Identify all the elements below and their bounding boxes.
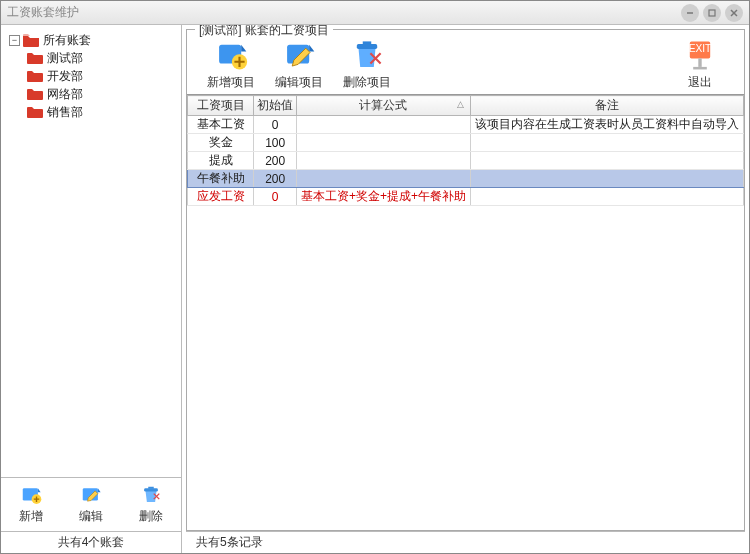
col-header-note[interactable]: 备注 [471,96,744,116]
tree-item-0[interactable]: 测试部 [5,49,177,67]
tree-root-label: 所有账套 [43,32,91,49]
table-cell: 提成 [188,152,254,170]
close-button[interactable] [725,4,743,22]
table-cell: 100 [254,134,297,152]
folder-icon [27,105,43,119]
edit-item-button[interactable]: 编辑项目 [265,38,333,91]
exit-button[interactable]: EXIT 退出 [666,38,734,91]
left-edit-button[interactable]: 编辑 [66,484,116,525]
left-add-button[interactable]: 新增 [6,484,56,525]
table-cell: 200 [254,170,297,188]
svg-marker-14 [309,44,314,51]
table-cell [471,152,744,170]
left-delete-label: 删除 [139,508,163,525]
exit-label: 退出 [688,74,712,91]
svg-text:EXIT: EXIT [689,43,712,54]
main-toolbar: 新增项目 编辑项目 删除项目 EXIT 退出 [187,30,744,94]
delete-item-icon [350,38,384,72]
window-title: 工资账套维护 [7,4,79,21]
svg-rect-1 [709,10,715,16]
right-panel: [测试部] 账套的工资项目 新增项目 编辑项目 删除项目 [182,25,749,553]
app-window: 工资账套维护 − 所有账套 测试部 开发部 [0,0,750,554]
col-header-name[interactable]: 工资项目 [188,96,254,116]
svg-marker-8 [98,488,101,492]
add-item-icon [214,38,248,72]
delete-item-label: 删除项目 [343,74,391,91]
table-cell: 200 [254,152,297,170]
table-cell [296,134,470,152]
tree-item-2[interactable]: 网络部 [5,85,177,103]
svg-marker-5 [38,488,41,492]
table-cell [296,116,470,134]
salary-items-group: [测试部] 账套的工资项目 新增项目 编辑项目 删除项目 [186,29,745,531]
tree-root[interactable]: − 所有账套 [5,31,177,49]
add-item-button[interactable]: 新增项目 [197,38,265,91]
titlebar: 工资账套维护 [1,1,749,25]
table-cell [471,170,744,188]
table-cell: 基本工资 [188,116,254,134]
folder-icon [27,69,43,83]
tree-item-1[interactable]: 开发部 [5,67,177,85]
table-cell: 应发工资 [188,188,254,206]
right-status-bar: 共有5条记录 [186,531,745,553]
salary-grid[interactable]: 工资项目 初始值 计算公式 备注 基本工资0该项目内容在生成工资表时从员工资料中… [187,94,744,530]
group-label: [测试部] 账套的工资项目 [195,25,333,39]
add-item-label: 新增项目 [207,74,255,91]
table-cell: 奖金 [188,134,254,152]
svg-rect-19 [693,66,707,69]
table-cell [296,170,470,188]
expand-toggle-icon[interactable]: − [9,35,20,46]
table-cell [296,152,470,170]
table-row[interactable]: 午餐补助200 [188,170,744,188]
table-row[interactable]: 奖金100 [188,134,744,152]
left-edit-label: 编辑 [79,508,103,525]
col-header-formula[interactable]: 计算公式 [296,96,470,116]
edit-item-icon [282,38,316,72]
account-tree: − 所有账套 测试部 开发部 网络部 销售部 [1,25,181,477]
table-row[interactable]: 基本工资0该项目内容在生成工资表时从员工资料中自动导入 [188,116,744,134]
table-cell: 午餐补助 [188,170,254,188]
table-cell: 0 [254,188,297,206]
delete-icon [140,484,162,506]
tree-item-label: 销售部 [47,104,83,121]
exit-icon: EXIT [683,38,717,72]
table-cell: 0 [254,116,297,134]
add-icon [20,484,42,506]
tree-item-label: 网络部 [47,86,83,103]
svg-marker-11 [241,44,246,51]
left-add-label: 新增 [19,508,43,525]
table-cell: 该项目内容在生成工资表时从员工资料中自动导入 [471,116,744,134]
folder-icon [27,51,43,65]
tree-item-label: 测试部 [47,50,83,67]
table-row[interactable]: 提成200 [188,152,744,170]
minimize-button[interactable] [681,4,699,22]
tree-item-3[interactable]: 销售部 [5,103,177,121]
folder-open-icon [23,33,39,47]
left-toolbar: 新增 编辑 删除 [1,477,181,531]
svg-rect-18 [698,58,701,67]
col-header-init[interactable]: 初始值 [254,96,297,116]
table-cell [471,134,744,152]
table-cell: 基本工资+奖金+提成+午餐补助 [296,188,470,206]
edit-icon [80,484,102,506]
folder-icon [27,87,43,101]
edit-item-label: 编辑项目 [275,74,323,91]
tree-item-label: 开发部 [47,68,83,85]
table-cell [471,188,744,206]
left-status-bar: 共有4个账套 [1,531,181,553]
left-delete-button[interactable]: 删除 [126,484,176,525]
maximize-button[interactable] [703,4,721,22]
left-panel: − 所有账套 测试部 开发部 网络部 销售部 [1,25,182,553]
delete-item-button[interactable]: 删除项目 [333,38,401,91]
table-row[interactable]: 应发工资0基本工资+奖金+提成+午餐补助 [188,188,744,206]
